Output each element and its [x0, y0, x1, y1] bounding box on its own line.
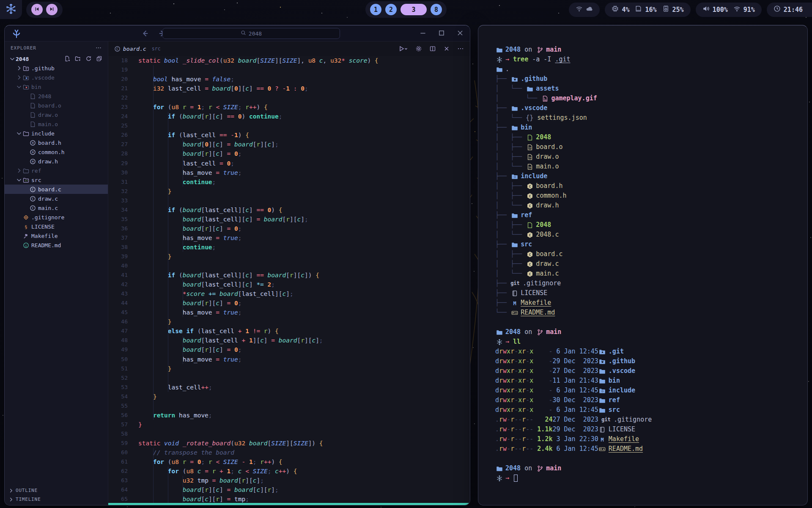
explorer-sidebar: EXPLORER 2048.github.vscodebin2048board.… — [5, 41, 108, 505]
sidebar-item--gitignore[interactable]: .gitignore — [5, 213, 108, 222]
indent-guide — [153, 326, 154, 336]
navigate-back-button[interactable] — [141, 29, 149, 38]
search-value: 2048 — [249, 30, 262, 37]
sidebar-item-common-h[interactable]: Hcommon.h — [5, 147, 108, 157]
nix-launcher-button[interactable] — [0, 0, 22, 19]
svg-text:C: C — [529, 233, 531, 237]
sidebar-item-draw-o[interactable]: draw.o — [5, 110, 108, 119]
maximize-button[interactable] — [438, 29, 445, 37]
sidebar-section-outline[interactable]: OUTLINE — [5, 486, 108, 495]
indent-guide — [168, 355, 168, 364]
indent-guide — [153, 280, 154, 289]
audio-network-module: 100% 91% — [696, 3, 762, 17]
sidebar-item-board-o[interactable]: board.o — [5, 101, 108, 110]
scales-icon: § — [22, 223, 29, 230]
sidebar-item-license[interactable]: §LICENSE — [5, 222, 108, 231]
line-number: 47 — [108, 326, 128, 336]
skip-previous-icon — [34, 6, 40, 13]
collapse-folders-button[interactable] — [96, 55, 103, 62]
close-button[interactable] — [456, 29, 464, 37]
indent-guide — [183, 224, 183, 233]
hammer-icon — [22, 232, 29, 239]
tab-board-c[interactable]: C board.c src — [114, 46, 161, 52]
indent-guide — [168, 485, 168, 494]
filei-icon — [29, 93, 36, 99]
sidebar-item-bin[interactable]: bin — [5, 82, 108, 91]
code-line-34: 34if (board[last_cell][c] == 0) { — [108, 205, 470, 215]
workspace-8[interactable]: 8 — [431, 4, 442, 15]
sidebar-item-include[interactable]: include — [5, 129, 108, 138]
workspace-2[interactable]: 2 — [385, 4, 397, 15]
folder-icon — [526, 86, 533, 92]
cfill-icon: C — [526, 251, 533, 258]
terminal-line-11: │ ├── 10draw.o — [495, 152, 803, 162]
indent-guide — [153, 112, 154, 121]
code-line-36: 36board[r][c] = 0; — [108, 224, 470, 233]
editor-titlebar[interactable]: 2048 — [5, 25, 470, 41]
indent-guide — [168, 140, 168, 149]
indent-guide — [153, 289, 154, 298]
terminal-line-30: → ll — [495, 337, 803, 347]
indent-guide — [168, 345, 168, 354]
terminal-line-0: 2048 on main — [495, 45, 803, 55]
sidebar-item-makefile[interactable]: Makefile — [5, 231, 108, 240]
sidebar-item-src[interactable]: src — [5, 175, 108, 185]
close-editor-button[interactable] — [443, 45, 450, 52]
app-logo-icon — [11, 28, 22, 39]
indent-guide — [153, 392, 154, 401]
sidebar-item-ref[interactable]: ref — [5, 166, 108, 175]
code-line-49: 49board[r][c] = 0; — [108, 345, 470, 354]
line-number: 60 — [108, 448, 128, 457]
mdbadge-icon — [599, 446, 606, 453]
sidebar-item-2048[interactable]: 2048 — [5, 54, 108, 64]
refresh-explorer-button[interactable] — [85, 55, 92, 62]
sidebar-item-readme-md[interactable]: iREADME.md — [5, 240, 108, 250]
indent-guide — [153, 457, 154, 467]
new-file-button[interactable] — [64, 55, 71, 62]
sidebar-item-main-c[interactable]: Cmain.c — [5, 203, 108, 213]
indent-guide — [168, 476, 168, 485]
code-editor[interactable]: 18static bool _slide_col(u32 board[SIZE]… — [108, 56, 470, 504]
command-search-box[interactable]: 2048 — [162, 28, 340, 39]
sidebar-item--github[interactable]: .github — [5, 64, 108, 73]
sidebar-item-main-o[interactable]: main.o — [5, 119, 108, 129]
settings-gear-icon[interactable] — [415, 45, 422, 52]
split-editor-button[interactable] — [429, 45, 436, 52]
code-line-63: 63u32 tmp = board[r][c]; — [108, 476, 470, 485]
sidebar-section-timeline[interactable]: TIMELINE — [5, 495, 108, 504]
terminal-line-29: 2048 on main — [495, 327, 803, 337]
terminal-window[interactable]: 2048 on main→ tree -a -I .git.├── .githu… — [478, 25, 808, 505]
terminal-line-42 — [495, 454, 803, 464]
line-number: 62 — [108, 467, 128, 476]
indent-guide — [168, 317, 168, 326]
line-number: 21 — [108, 84, 128, 93]
workspace-1[interactable]: 1 — [370, 4, 381, 15]
line-number: 26 — [108, 130, 128, 140]
sidebar-item-draw-h[interactable]: Hdraw.h — [5, 157, 108, 166]
indent-guide — [168, 326, 168, 336]
sidebar-item--vscode[interactable]: .vscode — [5, 73, 108, 82]
line-number: 63 — [108, 476, 128, 485]
sidebar-item-board-h[interactable]: Hboard.h — [5, 138, 108, 147]
terminal-line-32: drwxr-xr-x -29 Dec 2023.github — [495, 356, 803, 366]
indent-guide — [153, 196, 154, 205]
indent-guide — [153, 355, 154, 364]
line-number: 51 — [108, 364, 128, 373]
sidebar-item-board-c[interactable]: Cboard.c — [5, 185, 108, 194]
disk-icon — [662, 5, 669, 14]
media-next-button[interactable] — [46, 4, 58, 15]
more-actions-button[interactable] — [457, 45, 464, 52]
mdbadge-icon — [511, 309, 518, 316]
srcfolder-icon — [22, 177, 29, 183]
new-folder-button[interactable] — [75, 55, 82, 62]
minimize-button[interactable] — [419, 29, 427, 37]
terminal-line-38: .rw-r--r-- 2427 Dec 2023 git .gitignore — [495, 415, 803, 425]
sidebar-item-draw-c[interactable]: Cdraw.c — [5, 194, 108, 203]
cring-icon: C — [29, 204, 36, 211]
explorer-more-actions-button[interactable] — [95, 44, 102, 51]
run-debug-button[interactable] — [398, 45, 408, 52]
media-previous-button[interactable] — [31, 4, 43, 15]
workspace-3-active[interactable]: 3 — [401, 4, 427, 15]
code-line-26: 26if (last_cell == -1) { — [108, 130, 470, 140]
sidebar-item-2048[interactable]: 2048 — [5, 91, 108, 101]
